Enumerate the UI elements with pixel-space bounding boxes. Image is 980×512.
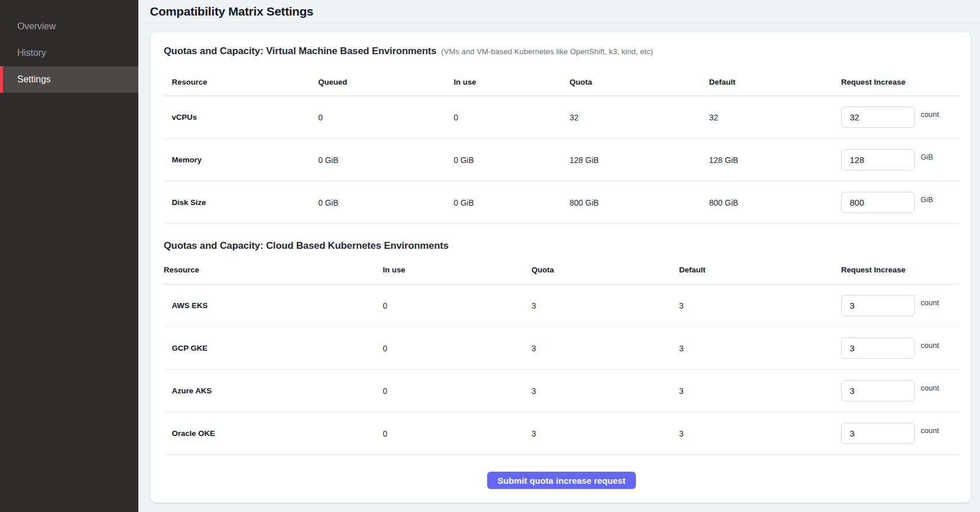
unit-label: count — [921, 110, 939, 119]
table-row-disk-size: Disk Size 0 GiB 0 GiB 800 GiB 800 GiB Gi… — [164, 181, 959, 224]
vm-quota-table: Resource Queued In use Quota Default Req… — [164, 64, 959, 224]
request-increase-input-azure-aks[interactable] — [841, 380, 915, 401]
cell-in-use: 0 GiB — [454, 139, 570, 181]
cell-quota: 800 GiB — [570, 181, 709, 224]
sidebar-item-settings[interactable]: Settings — [0, 66, 138, 93]
vm-section-title: Quotas and Capacity: Virtual Machine Bas… — [164, 45, 436, 57]
column-header-quota: Quota — [532, 253, 679, 285]
column-header-default: Default — [709, 64, 841, 96]
cell-in-use: 0 — [454, 96, 570, 139]
table-row-aws-eks: AWS EKS 0 3 3 count — [164, 285, 959, 327]
column-header-request-increase: Request Increase — [841, 253, 959, 285]
table-row-oracle-oke: Oracle OKE 0 3 3 count — [164, 412, 959, 455]
request-increase-cell: count — [841, 380, 959, 401]
sidebar-item-label: Overview — [17, 21, 56, 32]
column-header-in-use: In use — [454, 64, 570, 96]
request-increase-input-aws-eks[interactable] — [841, 295, 915, 316]
column-header-default: Default — [679, 253, 841, 285]
request-increase-input-memory[interactable] — [841, 149, 915, 170]
request-increase-input-vcpus[interactable] — [841, 107, 915, 128]
resource-name: Oracle OKE — [164, 412, 383, 455]
column-header-resource: Resource — [164, 253, 383, 285]
unit-label: count — [921, 341, 939, 350]
request-increase-cell: GiB — [841, 149, 959, 170]
button-row: Submit quota increase request — [164, 472, 959, 489]
vm-section-header: Quotas and Capacity: Virtual Machine Bas… — [164, 45, 959, 57]
table-row-azure-aks: Azure AKS 0 3 3 count — [164, 370, 959, 412]
cloud-table-header-row: Resource In use Quota Default Request In… — [164, 253, 959, 285]
cell-default: 3 — [679, 412, 841, 455]
cloud-quota-table: Resource In use Quota Default Request In… — [164, 253, 959, 455]
unit-label: count — [921, 426, 939, 435]
unit-label: count — [921, 384, 939, 392]
sidebar-item-history[interactable]: History — [0, 40, 138, 66]
cell-default: 128 GiB — [709, 139, 841, 181]
request-increase-input-disk-size[interactable] — [841, 192, 915, 213]
sidebar-item-label: Settings — [17, 74, 51, 85]
cell-quota: 3 — [532, 412, 679, 455]
table-row-memory: Memory 0 GiB 0 GiB 128 GiB 128 GiB GiB — [164, 139, 959, 181]
submit-quota-increase-button[interactable]: Submit quota increase request — [487, 472, 636, 489]
active-indicator-bar — [0, 66, 3, 93]
request-increase-cell: count — [841, 423, 959, 444]
column-header-resource: Resource — [164, 64, 318, 96]
cell-default: 800 GiB — [709, 181, 841, 224]
resource-name: Memory — [164, 139, 318, 181]
cell-in-use: 0 — [383, 285, 532, 327]
sidebar-item-label: History — [17, 48, 46, 58]
cell-default: 3 — [679, 327, 841, 370]
column-header-quota: Quota — [570, 64, 709, 96]
cell-default: 3 — [679, 285, 841, 327]
resource-name: Disk Size — [164, 181, 318, 224]
table-row-gcp-gke: GCP GKE 0 3 3 count — [164, 327, 959, 370]
resource-name: GCP GKE — [164, 327, 383, 370]
cell-in-use: 0 — [383, 327, 532, 370]
cell-queued: 0 GiB — [318, 181, 454, 224]
cell-quota: 3 — [532, 370, 679, 412]
sidebar: Overview History Settings — [0, 0, 138, 512]
cell-quota: 3 — [532, 285, 679, 327]
cell-queued: 0 GiB — [318, 139, 454, 181]
unit-label: GiB — [921, 195, 933, 204]
page-title: Compatibility Matrix Settings — [150, 5, 314, 18]
vm-section-subtitle: (VMs and VM-based Kubernetes like OpenSh… — [441, 47, 653, 56]
unit-label: GiB — [921, 153, 933, 161]
unit-label: count — [921, 298, 939, 307]
request-increase-cell: count — [841, 295, 959, 316]
main-content: Compatibility Matrix Settings Quotas and… — [138, 0, 980, 512]
request-increase-cell: count — [841, 107, 959, 128]
cell-in-use: 0 GiB — [454, 181, 570, 224]
cell-in-use: 0 — [383, 412, 532, 455]
cell-quota: 128 GiB — [570, 139, 709, 181]
vm-table-header-row: Resource Queued In use Quota Default Req… — [164, 64, 959, 96]
column-header-request-increase: Request Increase — [841, 64, 959, 96]
cloud-section-title: Quotas and Capacity: Cloud Based Kuberne… — [164, 240, 448, 252]
cell-default: 3 — [679, 370, 841, 412]
resource-name: AWS EKS — [164, 285, 383, 327]
cell-default: 32 — [709, 96, 841, 139]
resource-name: vCPUs — [164, 96, 318, 139]
cloud-section-header: Quotas and Capacity: Cloud Based Kuberne… — [164, 240, 959, 252]
cell-in-use: 0 — [383, 370, 532, 412]
request-increase-input-oracle-oke[interactable] — [841, 423, 915, 444]
column-header-in-use: In use — [383, 253, 532, 285]
column-header-queued: Queued — [318, 64, 454, 96]
settings-card: Quotas and Capacity: Virtual Machine Bas… — [150, 32, 971, 503]
table-row-vcpus: vCPUs 0 0 32 32 count — [164, 96, 959, 139]
cell-quota: 32 — [570, 96, 709, 139]
cell-quota: 3 — [532, 327, 679, 370]
request-increase-input-gcp-gke[interactable] — [841, 337, 915, 359]
cell-queued: 0 — [318, 96, 454, 139]
page-header: Compatibility Matrix Settings — [138, 0, 980, 23]
sidebar-item-overview[interactable]: Overview — [0, 13, 138, 40]
resource-name: Azure AKS — [164, 370, 383, 412]
request-increase-cell: GiB — [841, 192, 959, 213]
request-increase-cell: count — [841, 337, 959, 359]
